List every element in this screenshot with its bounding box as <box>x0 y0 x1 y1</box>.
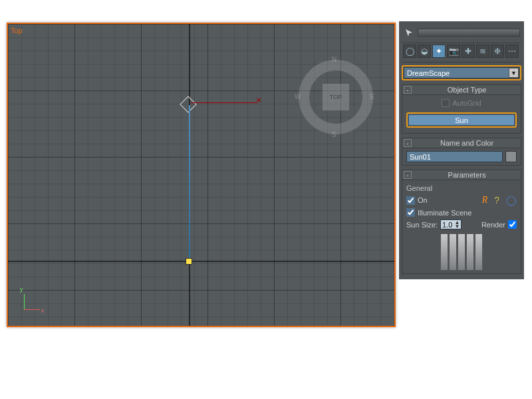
sun-button[interactable]: Sun <box>408 114 515 126</box>
chevron-down-icon[interactable]: ▼ <box>509 68 519 78</box>
axis-y-icon <box>24 294 25 310</box>
highlight-category: DreamScape ▼ <box>402 65 521 80</box>
render-checkbox[interactable] <box>508 220 517 229</box>
compass-w: W <box>295 93 301 100</box>
on-label: On <box>418 196 428 204</box>
view-compass[interactable]: TOP N E S W <box>299 60 373 134</box>
rollup-name-and-color: - Name and Color Sun01 <box>402 138 521 166</box>
sun-size-value: 1.0 <box>442 221 452 229</box>
object-name-input[interactable]: Sun01 <box>406 151 503 162</box>
cameras-icon[interactable]: 📷 <box>447 45 460 58</box>
rollup-object-type: - Object Type AutoGrid Sun <box>402 84 521 134</box>
viewport-label: Top <box>11 27 23 35</box>
sun-size-label: Sun Size: <box>406 221 438 229</box>
illuminate-scene-label: Illuminate Scene <box>418 209 471 217</box>
axis-x-icon <box>24 309 40 310</box>
category-dropdown[interactable]: DreamScape ▼ <box>404 67 519 78</box>
more-icon[interactable]: ⋯ <box>505 45 519 58</box>
lights-icon[interactable]: ✦ <box>432 45 446 58</box>
rollup-header-parameters[interactable]: - Parameters <box>402 170 521 180</box>
rollup-title: Name and Color <box>414 139 519 147</box>
autogrid-checkbox <box>442 99 450 107</box>
autogrid-label: AutoGrid <box>452 99 481 107</box>
systems-icon[interactable]: ❉ <box>491 45 504 58</box>
axis-x-label: x <box>41 307 45 314</box>
select-arrow-icon[interactable] <box>403 27 415 39</box>
prompt-bar[interactable] <box>418 29 520 37</box>
sun-object-base[interactable] <box>186 258 192 265</box>
orbit-icon[interactable]: ◯ <box>506 195 517 205</box>
highlight-sun-button: Sun <box>406 112 517 128</box>
rollup-title: Object Type <box>414 86 519 94</box>
helpers-icon[interactable]: ✚ <box>462 45 475 58</box>
on-checkbox[interactable] <box>406 196 415 205</box>
rollup-title: Parameters <box>414 171 519 179</box>
script-r-icon[interactable]: R <box>482 195 488 205</box>
grid-major-horizontal <box>8 261 394 262</box>
sun-size-spinner[interactable]: 1.0 ▲▼ <box>440 219 462 229</box>
sun-target-line <box>191 102 257 103</box>
sun-object-stem[interactable] <box>189 105 190 261</box>
spacewarps-icon[interactable]: ≋ <box>476 45 489 58</box>
axis-y-label: y <box>20 286 23 293</box>
collapse-icon[interactable]: - <box>404 86 412 94</box>
collapse-icon[interactable]: - <box>404 139 412 147</box>
spinner-arrows-icon[interactable]: ▲▼ <box>452 221 460 229</box>
axis-tripod[interactable]: x y <box>17 286 48 317</box>
render-label: Render <box>481 221 505 229</box>
rollup-header-name-and-color[interactable]: - Name and Color <box>402 138 521 148</box>
collapse-icon[interactable]: - <box>404 171 412 179</box>
rollup-header-object-type[interactable]: - Object Type <box>402 84 521 95</box>
command-panel: ◯ ◒ ✦ 📷 ✚ ≋ ❉ ⋯ DreamScape ▼ - Object Ty… <box>399 21 524 279</box>
gradient-preview[interactable] <box>406 233 517 271</box>
compass-n: N <box>332 56 336 63</box>
group-general-label: General <box>406 183 517 194</box>
help-icon[interactable]: ? <box>494 195 499 205</box>
create-category-shelf: ◯ ◒ ✦ 📷 ✚ ≋ ❉ ⋯ <box>402 43 521 63</box>
compass-e: E <box>370 93 374 100</box>
shapes-icon[interactable]: ◒ <box>418 45 431 58</box>
category-dropdown-label: DreamScape <box>404 69 509 77</box>
rollup-parameters: - Parameters General On R ? ◯ Illuminate… <box>402 170 521 274</box>
geometry-icon[interactable]: ◯ <box>403 45 416 58</box>
autogrid-row: AutoGrid <box>406 98 517 110</box>
viewcube-top[interactable]: TOP <box>323 84 349 110</box>
object-color-swatch[interactable] <box>505 151 517 162</box>
compass-s: S <box>332 131 336 138</box>
illuminate-scene-checkbox[interactable] <box>406 208 415 217</box>
viewport-top[interactable]: Top TOP N E S W x y <box>7 23 396 327</box>
